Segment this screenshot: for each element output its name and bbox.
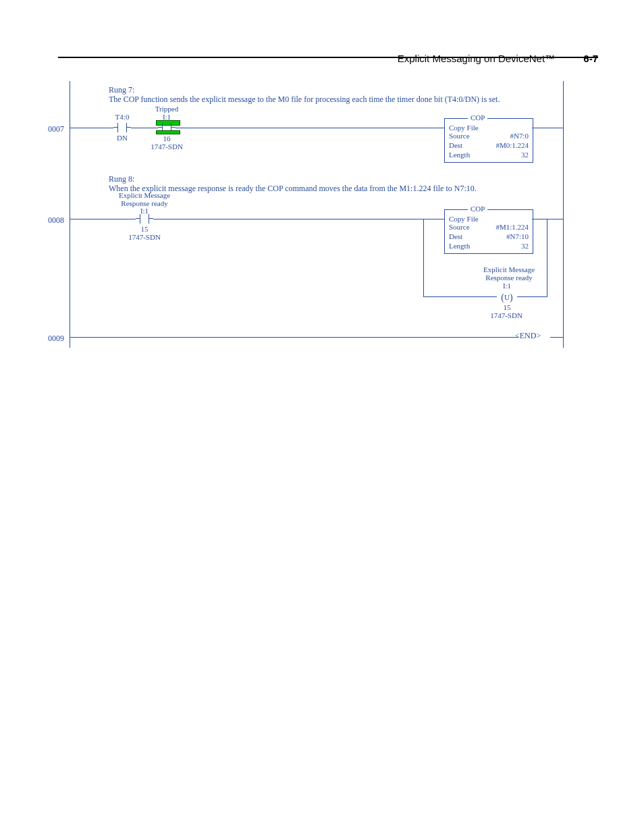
rung8-number: 0008 [48,215,64,226]
rung8-cop-dest: Dest#N7:10 [445,232,533,242]
rung7-cop-subtitle: Copy File [445,122,533,132]
rung8-cop-source: Source#M1:1.224 [445,223,533,232]
document-page: Explicit Messaging on DeviceNet™ 6-7 Run… [0,0,644,834]
rung8-xic-module: 1747-SDN [122,233,167,241]
rung8-branch-left-vline [423,219,424,297]
rung8-bot-branch-seg2 [517,296,547,297]
rung8-rail-to-right [547,219,563,219]
rung8-rail-seg1 [70,219,136,219]
rung9-end-label: END [520,331,537,340]
rung8-cop-title-line: COP [445,205,533,213]
rung7-cop-block: COP Copy File Source#N7:0 Dest#M0:1.224 … [444,118,533,163]
rung8-otu-bit: 15 [497,303,517,311]
rung7-cop-title: COP [468,113,487,122]
rung7-rail-seg4 [532,128,563,128]
page-header: Explicit Messaging on DeviceNet™ 6-7 [58,53,598,58]
rung8-top-branch-seg [423,219,444,219]
rung7-comment-title: Rung 7: [109,85,134,95]
rung7-rail-seg1 [70,128,113,128]
rung7-cop-dest: Dest#M0:1.224 [445,141,533,151]
rung9-rail-seg2 [550,337,563,338]
rung7-comment-text: The COP function sends the explicit mess… [109,95,500,104]
rung7-xic1 [113,123,131,132]
rung8-otu-module: 1747-SDN [484,311,529,319]
rung7-cop-title-line: COP [445,114,533,122]
rung8-rail-seg2 [153,219,423,219]
rung8-xic [136,214,153,224]
rung7-rail-seg2 [131,128,158,128]
rung7-comment: Rung 7: The COP function sends the expli… [109,85,541,105]
rung8-xic-bit: 15 [136,225,153,233]
rung8-otu-top1: Explicit Message [465,265,553,273]
rung8-cop-title: COP [468,205,487,213]
rung8-bot-branch-seg1 [423,296,497,297]
header-right: Explicit Messaging on DeviceNet™ 6-7 [398,53,598,64]
rung9-end: <END> [515,331,541,341]
rung8-cop-block: COP Copy File Source#M1:1.224 Dest#N7:10… [444,209,533,254]
rung7-xic2-bit: 16 [158,134,176,142]
header-title: Explicit Messaging on DeviceNet™ [398,53,555,64]
rung7-xic1-dn: DN [113,134,131,142]
rung9-rail-seg1 [70,337,518,338]
rung8-comment-title: Rung 8: [109,174,134,184]
rung7-cop-source: Source#N7:0 [445,132,533,141]
rung7-rail-seg3 [176,128,444,128]
rung8-xic-top1: Explicit Message [111,191,178,199]
rung7-number: 0007 [48,124,64,134]
rung8-otu-address: I:1 [497,282,517,290]
rung7-xic2-tripped: Tripped [143,105,190,113]
otu-letter: U [504,293,510,301]
rung7-xic2-module: 1747-SDN [144,142,189,151]
rung8-branch-right-vline [547,219,547,297]
rung7-xic1-address: T4:0 [113,113,131,121]
rung9-number: 0009 [48,334,64,344]
rung8-otu-top2: Response ready [465,273,553,282]
otu-close-paren: ) [510,292,513,303]
page-number: 6-7 [583,53,598,64]
rung7-cop-length: Length32 [445,151,533,160]
ladder-figure: Rung 7: The COP function sends the expli… [70,81,564,348]
rung8-otu-coil: (U) [497,291,517,303]
rung8-top-branch-seg2 [532,219,547,219]
rung8-cop-subtitle: Copy File [445,213,533,223]
rung8-cop-length: Length32 [445,242,533,251]
